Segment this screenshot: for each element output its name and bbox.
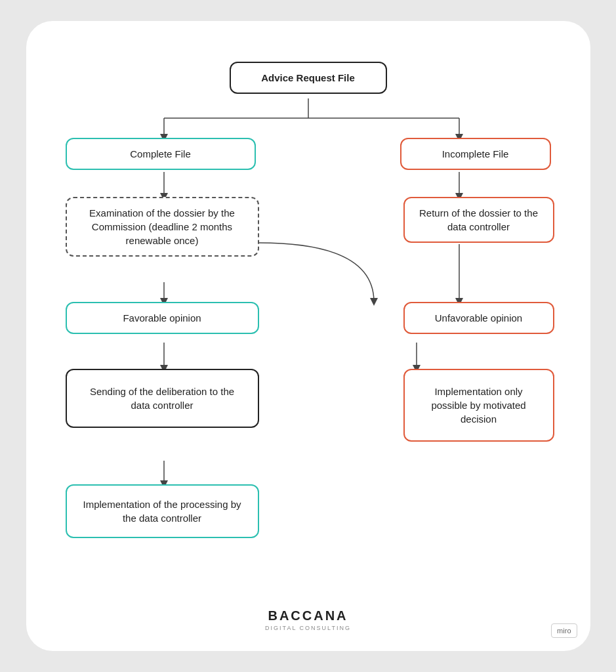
miro-badge: miro [551,623,577,638]
brand-subtitle: DIGITAL CONSULTING [265,625,351,631]
canvas: Advice Request File Complete File Incomp… [0,0,616,672]
brand: BACCANA DIGITAL CONSULTING [265,608,351,631]
sending-deliberation-node: Sending of the deliberation to the data … [66,369,259,428]
complete-file-node: Complete File [66,138,256,170]
brand-name: BACCANA [265,608,351,623]
examination-node: Examination of the dossier by the Commis… [66,197,259,257]
incomplete-file-node: Incomplete File [400,138,551,170]
flowchart-arrows [26,21,590,651]
diagram-container: Advice Request File Complete File Incomp… [26,21,590,651]
implementation-only-node: Implementation only possible by motivate… [403,369,554,442]
return-dossier-node: Return of the dossier to the data contro… [403,197,554,243]
implementation-node: Implementation of the processing by the … [66,484,259,538]
advice-request-node: Advice Request File [230,62,387,94]
unfavorable-opinion-node: Unfavorable opinion [403,302,554,334]
favorable-opinion-node: Favorable opinion [66,302,259,334]
